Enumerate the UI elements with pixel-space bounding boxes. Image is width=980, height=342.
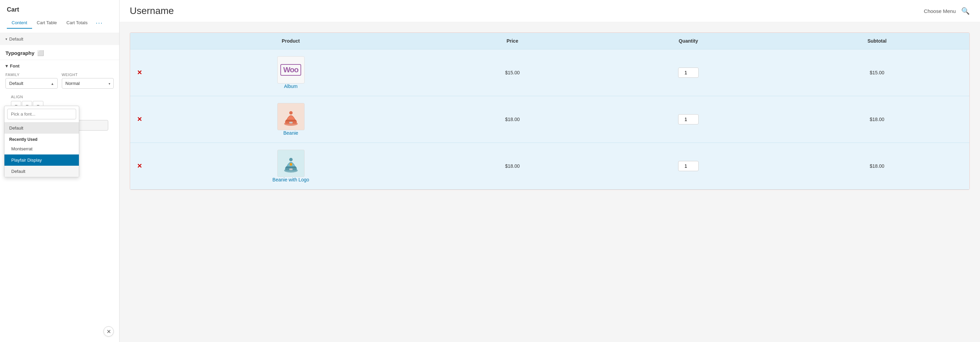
price-album: $15.00	[433, 49, 592, 96]
left-panel: Cart Content Cart Table Cart Totals ··· …	[0, 0, 119, 342]
top-bar: Username Choose Menu 🔍	[119, 0, 980, 22]
panel-body: ▾ Default Typography ⬜ ▾ Font Family	[0, 33, 119, 342]
tab-cart-table[interactable]: Cart Table	[32, 17, 62, 28]
col-subtotal: Subtotal	[785, 33, 969, 49]
cart-container: Product Price Quantity Subtotal ✕ Woo	[130, 32, 970, 190]
font-search-wrapper	[5, 106, 79, 122]
typography-text: Typography	[5, 50, 35, 56]
panel-close-row: ✕	[103, 326, 114, 337]
product-album-cell: Woo Album	[149, 49, 433, 96]
font-option-playfair[interactable]: Playfair Display	[5, 154, 79, 166]
default-label: Default	[9, 36, 23, 41]
family-label: Family	[5, 73, 58, 77]
page-title: Username	[130, 5, 174, 16]
tab-cart-totals[interactable]: Cart Totals	[62, 17, 92, 28]
qty-album	[592, 49, 785, 96]
col-price: Price	[433, 33, 592, 49]
col-remove	[130, 33, 149, 49]
panel-title: Cart	[7, 6, 112, 13]
font-option-default-bottom[interactable]: Default	[5, 166, 79, 177]
qty-beanie	[592, 96, 785, 143]
cart-table: Product Price Quantity Subtotal ✕ Woo	[130, 33, 969, 190]
beanie-orange-svg	[282, 108, 299, 126]
product-beanie-logo-cell: Beanie with Logo	[149, 143, 433, 190]
recently-used-label: Recently Used	[5, 134, 79, 143]
svg-rect-7	[286, 166, 296, 168]
tab-content[interactable]: Content	[7, 17, 32, 28]
svg-rect-2	[286, 120, 296, 121]
monitor-icon: ⬜	[37, 50, 44, 56]
cart-area: Product Price Quantity Subtotal ✕ Woo	[119, 22, 980, 342]
search-icon[interactable]: 🔍	[961, 7, 970, 15]
col-product: Product	[149, 33, 433, 49]
weight-select-wrapper: Normal ▾	[62, 78, 114, 89]
font-option-montserrat[interactable]: Montserrat	[5, 143, 79, 154]
font-dropdown: Default Recently Used Montserrat Playfai…	[4, 106, 79, 177]
remove-album-button[interactable]: ✕	[130, 49, 149, 96]
subtotal-beanie-logo: $18.00	[785, 143, 969, 190]
font-controls-row: Family Default ▲ Weight Normal	[5, 73, 114, 89]
close-button[interactable]: ✕	[103, 326, 114, 337]
qty-beanie-logo-input[interactable]	[678, 161, 698, 171]
table-row: ✕	[130, 143, 969, 190]
cart-thead: Product Price Quantity Subtotal	[130, 33, 969, 49]
choose-menu[interactable]: Choose Menu	[924, 8, 956, 14]
qty-album-input[interactable]	[678, 68, 698, 78]
svg-point-4	[289, 111, 293, 114]
font-section-label: Font	[10, 63, 19, 68]
svg-point-9	[289, 158, 293, 161]
qty-beanie-logo	[592, 143, 785, 190]
font-option-default-top[interactable]: Default	[5, 122, 79, 134]
beanie-teal-svg	[282, 154, 299, 173]
font-search-input[interactable]	[7, 109, 76, 119]
svg-point-10	[290, 163, 292, 166]
right-panel: Username Choose Menu 🔍 Product Price Qua…	[119, 0, 980, 342]
product-beanie-cell: Beanie	[149, 96, 433, 143]
align-label: Align	[11, 95, 108, 99]
product-beanie-logo-link[interactable]: Beanie with Logo	[156, 177, 426, 182]
qty-beanie-input[interactable]	[678, 114, 698, 125]
weight-label: Weight	[62, 73, 114, 77]
price-beanie-logo: $18.00	[433, 143, 592, 190]
svg-rect-8	[289, 168, 293, 170]
weight-select[interactable]: Normal	[62, 78, 114, 89]
panel-tabs: Content Cart Table Cart Totals ···	[7, 17, 112, 29]
remove-beanie-logo-button[interactable]: ✕	[130, 143, 149, 190]
typography-label: Typography ⬜	[5, 50, 44, 56]
product-beanie-logo-thumb	[277, 150, 305, 177]
product-beanie-link[interactable]: Beanie	[156, 130, 426, 136]
cart-tbody: ✕ Woo Album $15.00 $15.00	[130, 49, 969, 190]
default-section[interactable]: ▾ Default	[0, 33, 119, 45]
subtotal-album: $15.00	[785, 49, 969, 96]
family-select[interactable]: Default	[5, 78, 58, 89]
subtotal-beanie: $18.00	[785, 96, 969, 143]
price-beanie: $18.00	[433, 96, 592, 143]
family-select-wrapper: Default ▲	[5, 78, 58, 89]
font-weight-group: Weight Normal ▾	[62, 73, 114, 89]
tab-more[interactable]: ···	[92, 17, 106, 29]
chevron-font-icon: ▾	[5, 63, 8, 68]
product-album-link[interactable]: Album	[156, 84, 426, 89]
font-family-group: Family Default ▲	[5, 73, 58, 89]
top-bar-right: Choose Menu 🔍	[924, 7, 970, 15]
typography-row: Typography ⬜	[0, 45, 119, 60]
remove-beanie-button[interactable]: ✕	[130, 96, 149, 143]
table-row: ✕	[130, 96, 969, 143]
font-section-header[interactable]: ▾ Font	[5, 63, 114, 68]
panel-header: Cart Content Cart Table Cart Totals ···	[0, 0, 119, 33]
table-row: ✕ Woo Album $15.00 $15.00	[130, 49, 969, 96]
product-album-thumb: Woo	[277, 56, 305, 84]
product-beanie-thumb	[277, 103, 305, 130]
col-quantity: Quantity	[592, 33, 785, 49]
svg-rect-3	[289, 122, 293, 124]
chevron-down-icon: ▾	[5, 37, 7, 41]
woo-logo: Woo	[280, 64, 301, 76]
